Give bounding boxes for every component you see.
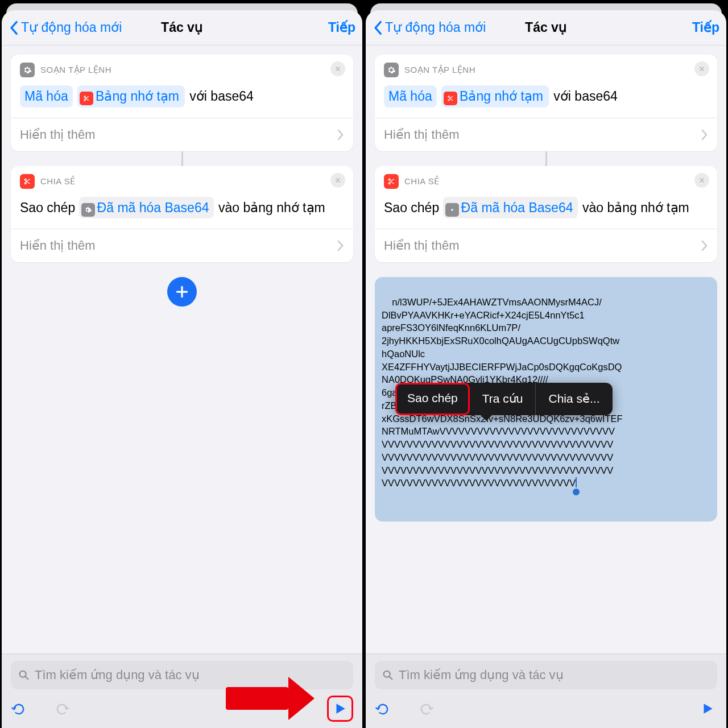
redo-button xyxy=(54,701,70,717)
redo-button xyxy=(418,701,434,717)
card-header: SOẠN TẬP LỆNH xyxy=(40,65,111,75)
page-title: Tác vụ xyxy=(161,20,203,35)
menu-copy[interactable]: Sao chép xyxy=(395,383,470,415)
card-header: CHIA SẺ xyxy=(40,176,76,187)
card-body: Mã hóa Bảng nhớ tạm với base64 xyxy=(11,81,353,118)
show-more-row[interactable]: Hiển thị thêm xyxy=(11,118,353,151)
clear-icon[interactable] xyxy=(694,173,709,188)
footer: Tìm kiếm ứng dụng và tác vụ xyxy=(366,653,726,728)
variable-token[interactable]: Đã mã hóa Base64 xyxy=(79,197,214,219)
svg-point-1 xyxy=(451,209,453,211)
action-card-encode[interactable]: SOẠN TẬP LỆNH Mã hóa Bảng nhớ tạm với ba… xyxy=(375,55,717,151)
page-title: Tác vụ xyxy=(525,20,567,35)
action-token[interactable]: Mã hóa xyxy=(384,85,437,107)
variable-token[interactable]: Đã mã hóa Base64 xyxy=(443,197,578,219)
svg-point-2 xyxy=(384,671,390,677)
next-button[interactable]: Tiếp xyxy=(328,20,355,35)
search-icon xyxy=(382,669,394,681)
connector-line xyxy=(181,151,183,166)
back-label: Tự động hóa mới xyxy=(21,20,122,35)
search-icon xyxy=(18,669,30,681)
card-body: Sao chép Đã mã hóa Base64 vào bảng nhớ t… xyxy=(375,192,717,229)
gear-icon xyxy=(81,203,95,217)
back-label: Tự động hóa mới xyxy=(385,20,486,35)
output-block[interactable]: n/l3WUP/+5JEx4AHAWZTVmsAAONMysrM4ACJ/ Dl… xyxy=(375,277,717,522)
nav-bar: Tự động hóa mới Tác vụ Tiếp xyxy=(366,10,726,46)
connector-line xyxy=(545,151,547,166)
chevron-right-icon xyxy=(337,240,344,251)
action-card-encode[interactable]: SOẠN TẬP LỆNH Mã hóa Bảng nhớ tạm với ba… xyxy=(11,55,353,151)
action-card-copy[interactable]: CHIA SẺ Sao chép Đã mã hóa Base64 vào bả… xyxy=(11,166,353,263)
annotation-arrow xyxy=(226,677,315,720)
gear-icon xyxy=(20,63,35,77)
search-input[interactable]: Tìm kiếm ứng dụng và tác vụ xyxy=(375,661,717,689)
action-card-copy[interactable]: CHIA SẺ Sao chép Đã mã hóa Base64 vào bả… xyxy=(375,166,717,263)
clear-icon[interactable] xyxy=(330,173,345,188)
show-more-row[interactable]: Hiển thị thêm xyxy=(375,118,717,151)
add-action-button[interactable] xyxy=(167,277,197,307)
chevron-right-icon xyxy=(337,129,344,140)
scissors-icon xyxy=(80,92,93,105)
action-token[interactable]: Mã hóa xyxy=(20,85,73,107)
card-body: Mã hóa Bảng nhớ tạm với base64 xyxy=(375,81,717,118)
scissors-icon xyxy=(384,174,399,189)
clipboard-token[interactable]: Bảng nhớ tạm xyxy=(441,85,549,107)
context-menu: Sao chép Tra cứu Chia sẻ... xyxy=(395,383,613,415)
back-button[interactable]: Tự động hóa mới xyxy=(373,20,486,35)
clear-icon[interactable] xyxy=(694,61,709,76)
selection-caret xyxy=(576,477,577,487)
show-more-row[interactable]: Hiển thị thêm xyxy=(375,229,717,262)
gear-icon xyxy=(445,203,459,217)
menu-lookup[interactable]: Tra cứu xyxy=(470,383,536,415)
card-body: Sao chép Đã mã hóa Base64 vào bảng nhớ t… xyxy=(11,192,353,229)
next-button[interactable]: Tiếp xyxy=(692,20,719,35)
nav-bar: Tự động hóa mới Tác vụ Tiếp xyxy=(2,10,362,46)
run-button[interactable] xyxy=(327,696,353,722)
menu-share[interactable]: Chia sẻ... xyxy=(536,383,612,415)
clipboard-token[interactable]: Bảng nhớ tạm xyxy=(77,85,185,107)
clear-icon[interactable] xyxy=(330,61,345,76)
gear-icon xyxy=(384,63,399,77)
card-header: CHIA SẺ xyxy=(404,176,440,187)
chevron-right-icon xyxy=(701,240,708,251)
scissors-icon xyxy=(20,174,35,189)
svg-point-0 xyxy=(20,671,26,677)
scissors-icon xyxy=(444,92,457,105)
chevron-right-icon xyxy=(701,129,708,140)
run-button[interactable] xyxy=(698,699,717,718)
undo-button[interactable] xyxy=(11,701,27,717)
undo-button[interactable] xyxy=(375,701,391,717)
show-more-row[interactable]: Hiển thị thêm xyxy=(11,229,353,262)
card-header: SOẠN TẬP LỆNH xyxy=(404,65,475,75)
back-button[interactable]: Tự động hóa mới xyxy=(9,20,122,35)
